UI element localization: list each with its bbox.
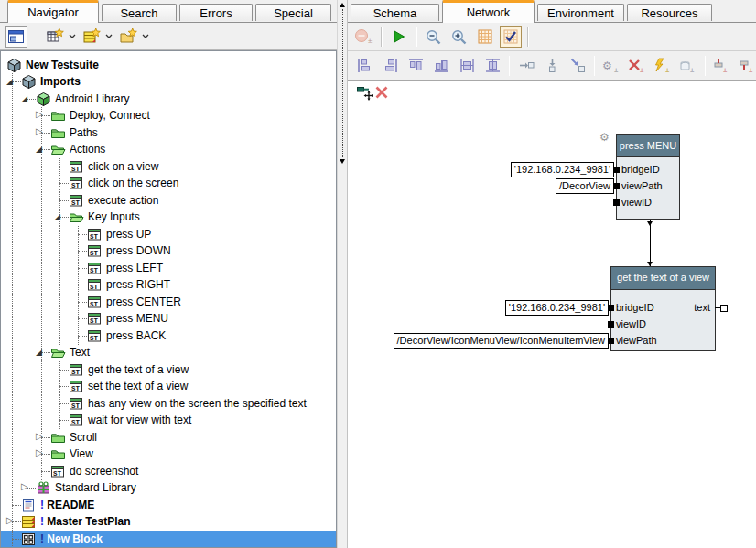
tree-item-actions[interactable]: ◢Actions (1, 141, 336, 158)
tree-item-press-up[interactable]: STpress UP (1, 226, 336, 243)
center-horizontal-button[interactable] (456, 55, 478, 77)
zoom-in-button[interactable] (448, 26, 470, 48)
input-port-connector[interactable] (608, 305, 614, 311)
block-gear-icon[interactable]: ⚙ (599, 132, 610, 143)
declare-block-button[interactable]: ± (677, 55, 699, 77)
port-constant-value[interactable]: '192.168.0.234_9981' (511, 162, 614, 177)
tab-environment[interactable]: Environment (537, 4, 624, 21)
tree-item-new-testsuite[interactable]: New Testsuite (1, 57, 336, 74)
tree-item-execute-action[interactable]: STexecute action (1, 192, 336, 210)
block-title[interactable]: get the text of a view (611, 267, 715, 290)
add-input-port-button[interactable]: ± (711, 55, 733, 77)
declare-function-button[interactable]: ⚙± (600, 55, 622, 77)
tab-errors[interactable]: Errors (179, 4, 253, 21)
tree-item-press-center[interactable]: STpress CENTER (1, 294, 336, 311)
align-bottom-button[interactable] (430, 55, 452, 77)
expander-closed-icon[interactable]: ▷ (36, 127, 46, 136)
new-testcase-button[interactable] (81, 26, 103, 48)
chevron-down-icon[interactable] (142, 34, 149, 39)
tree-item-wait-for-view-with-text[interactable]: STwait for view with text (1, 412, 336, 429)
tree-item-click-on-a-view[interactable]: STclick on a view (1, 158, 336, 176)
tab-schema[interactable]: Schema (351, 4, 439, 21)
tree-item-press-menu[interactable]: STpress MENU (1, 310, 336, 328)
tree-item-get-the-text-of-a-view[interactable]: STget the text of a view (1, 361, 336, 379)
tree-item-paths[interactable]: ▷Paths (1, 124, 336, 142)
expander-closed-icon[interactable]: ▷ (36, 110, 46, 119)
panel-splitter[interactable] (337, 0, 348, 548)
expander-open-icon[interactable]: ◢ (36, 145, 46, 154)
expander-closed-icon[interactable]: ▷ (6, 516, 16, 525)
expander-open-icon[interactable]: ◢ (6, 77, 16, 86)
snap-to-grid-toggle[interactable] (500, 26, 522, 48)
block-get-text[interactable]: get the text of a viewbridgeID'192.168.0… (610, 266, 716, 351)
tab-navigator[interactable]: Navigator (7, 0, 99, 23)
remove-declaration-button[interactable]: ± (626, 55, 648, 77)
tree-item-click-on-the-screen[interactable]: STclick on the screen (1, 175, 336, 192)
tree-item-view[interactable]: ▷View (1, 446, 336, 463)
tab-special[interactable]: Special (255, 4, 331, 21)
tree-item-press-back[interactable]: STpress BACK (1, 328, 336, 345)
block-connection-line[interactable] (650, 220, 651, 266)
expander-open-icon[interactable]: ◢ (54, 212, 64, 221)
splitter-collapse-up-icon[interactable] (340, 3, 345, 7)
grid-button[interactable] (474, 26, 496, 48)
tab-network[interactable]: Network (442, 0, 535, 23)
expander-closed-icon[interactable]: ▷ (36, 432, 46, 441)
expander-closed-icon[interactable]: ▷ (21, 482, 31, 491)
collapse-node-button[interactable]: ± (353, 26, 375, 48)
expander-open-icon[interactable]: ◢ (36, 348, 46, 357)
move-connection-mode-icon[interactable] (357, 86, 373, 101)
add-output-port-button[interactable]: ± (737, 55, 756, 77)
toggle-details-view-button[interactable] (5, 26, 27, 48)
tree-item-do-screenshot[interactable]: STdo screenshot (1, 463, 336, 480)
splitter-collapse-down-icon[interactable] (340, 159, 345, 164)
run-button[interactable] (388, 26, 410, 48)
chevron-down-icon[interactable] (69, 34, 76, 39)
tree-item-press-down[interactable]: STpress DOWN (1, 242, 336, 260)
shift-down-button[interactable] (541, 55, 563, 77)
tree-item-press-left[interactable]: STpress LEFT (1, 260, 336, 277)
input-port-connector[interactable] (608, 321, 614, 328)
block-title[interactable]: press MENU (617, 135, 679, 157)
tree-item-deploy-connect[interactable]: ▷Deploy, Connect (1, 107, 336, 124)
tree-item-android-library[interactable]: ◢ Android Library (1, 91, 336, 108)
chevron-down-icon[interactable] (105, 34, 113, 39)
tree-item-readme[interactable]: ! README (1, 497, 336, 514)
shift-diagonal-button[interactable] (567, 55, 589, 77)
align-right-button[interactable] (379, 55, 401, 77)
tree-item-key-inputs[interactable]: ◢Key Inputs (1, 209, 336, 226)
port-constant-value[interactable]: /DecorView (556, 178, 614, 194)
input-port-connector[interactable] (613, 199, 620, 206)
tree-item-scroll[interactable]: ▷Scroll (1, 429, 336, 446)
shift-right-button[interactable] (515, 55, 537, 77)
delete-mode-icon[interactable] (375, 86, 392, 101)
align-left-button[interactable] (353, 55, 375, 77)
zoom-out-button[interactable] (423, 26, 445, 48)
tree-item-new-block[interactable]: ! New Block (1, 531, 336, 548)
tab-search[interactable]: Search (102, 4, 177, 21)
port-constant-value[interactable]: '192.168.0.234_9981' (505, 300, 609, 316)
tree-item-text[interactable]: ◢Text (1, 344, 336, 361)
tree-item-has-any-view-on-the-screen-the-specified-text[interactable]: SThas any view on the screen the specifi… (1, 395, 336, 413)
tree-item-imports[interactable]: ◢ Imports (1, 73, 336, 91)
network-canvas[interactable]: ⚙press MENUbridgeID'192.168.0.234_9981'v… (348, 81, 756, 548)
align-top-button[interactable] (405, 55, 427, 77)
splitter-handle[interactable] (342, 9, 343, 157)
output-port-connector[interactable] (720, 305, 728, 312)
tree-item-set-the-text-of-a-view[interactable]: STset the text of a view (1, 378, 336, 395)
trigger-button[interactable]: ± (652, 55, 674, 77)
input-port-connector[interactable] (613, 167, 620, 173)
input-port-connector[interactable] (613, 183, 620, 189)
block-press-menu[interactable]: press MENUbridgeID'192.168.0.234_9981'vi… (616, 134, 680, 220)
input-port-connector[interactable] (608, 338, 614, 344)
new-testlet-button[interactable] (44, 26, 66, 48)
expander-open-icon[interactable]: ◢ (21, 94, 31, 103)
new-folder-button[interactable] (117, 26, 139, 48)
expander-closed-icon[interactable]: ▷ (36, 448, 46, 457)
center-vertical-button[interactable] (481, 55, 503, 77)
tree-item-press-right[interactable]: STpress RIGHT (1, 276, 336, 294)
tab-resources[interactable]: Resources (627, 4, 712, 21)
port-constant-value[interactable]: /DecorView/IconMenuView/IconMenuItemView (394, 333, 609, 349)
tree-item-standard-library[interactable]: ▷Standard Library (1, 479, 336, 497)
tree-item-master-testplan[interactable]: ▷! Master TestPlan (1, 513, 336, 531)
